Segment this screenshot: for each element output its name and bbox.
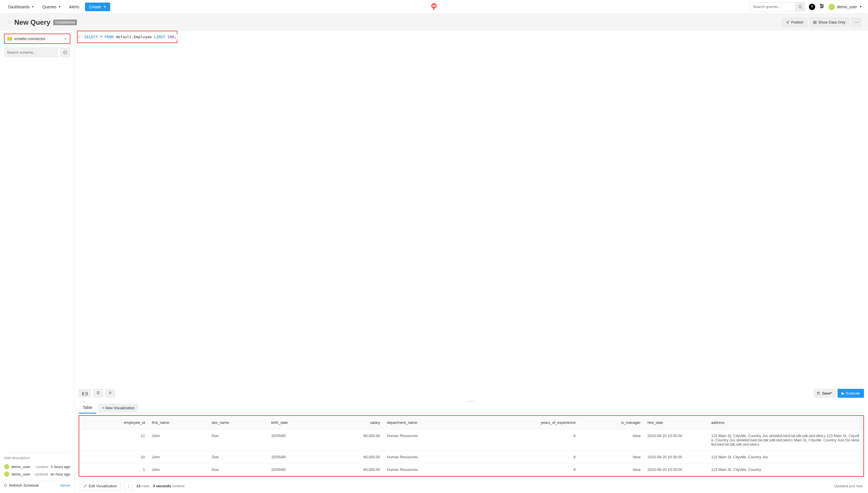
sidebar-spacer — [4, 60, 70, 453]
datasource-name: iomete-connector — [14, 37, 45, 41]
col-hire_date[interactable]: hire_date — [644, 416, 708, 430]
autocomplete-button[interactable] — [105, 389, 115, 398]
pencil-icon — [84, 484, 87, 488]
svg-rect-3 — [435, 5, 436, 7]
col-employee_id[interactable]: employee_id — [79, 416, 148, 430]
execute-button[interactable]: ▶ Execute — [838, 389, 864, 398]
favorite-star-icon[interactable]: ☆ — [7, 19, 12, 26]
op-star: * — [98, 35, 105, 39]
edit-visualization-button[interactable]: Edit Visualization — [80, 481, 121, 490]
schema-search-wrap — [4, 47, 70, 57]
publish-button[interactable]: Publish — [782, 18, 807, 27]
search-button[interactable] — [796, 2, 805, 12]
cell-employee_id: 12 — [79, 430, 148, 451]
semicolon: ; — [174, 35, 176, 39]
schema-search-input[interactable] — [4, 47, 58, 57]
user-menu[interactable]: demo_user ▼ — [828, 4, 862, 10]
resize-handle[interactable]: ═══ — [75, 400, 868, 402]
col-department_name[interactable]: department_name — [383, 416, 477, 430]
cell-address: 123 Main St, Cityville, Country — [708, 464, 863, 476]
created-time: 2 hours ago — [50, 465, 70, 469]
editor-toolbar: {{ }} Save* ▶ Execute — [75, 387, 868, 400]
nav-queries-label: Queries — [42, 5, 56, 9]
rows-label: rows — [142, 484, 149, 488]
parameters-button[interactable]: {{ }} — [79, 389, 91, 398]
save-icon — [817, 392, 820, 395]
refresh-schedule-label: Refresh Schedule — [9, 483, 39, 488]
viz-more-button[interactable]: ⋮ — [124, 481, 133, 490]
table-row[interactable]: 1JohnDoe15/05/8060,000.00Human Resources… — [79, 464, 863, 476]
svg-point-11 — [821, 7, 822, 8]
editor-empty-space[interactable] — [75, 43, 868, 387]
nav-right: ? demo_user ▼ — [750, 2, 862, 12]
nav-alerts[interactable]: Alerts — [67, 3, 82, 11]
cell-department_name: Human Resources — [383, 464, 477, 476]
play-icon: ▶ — [842, 391, 845, 395]
cell-years_of_experience: 8 — [477, 464, 579, 476]
show-data-only-button[interactable]: Show Data Only — [809, 18, 849, 27]
col-years_of_experience[interactable]: years_of_experience — [477, 416, 579, 430]
search-input[interactable] — [750, 2, 796, 12]
refresh-icon — [4, 484, 7, 487]
publish-label: Publish — [791, 20, 803, 24]
add-description[interactable]: Add description — [4, 453, 70, 463]
tab-table[interactable]: Table — [79, 402, 96, 413]
cell-salary: 60,000.00 — [325, 464, 383, 476]
avatar-icon — [4, 464, 9, 469]
sidebar: iomete-connector ▼ Add description demo_… — [0, 31, 75, 493]
svg-rect-2 — [434, 5, 435, 7]
cell-birth_date: 15/05/80 — [268, 430, 326, 451]
refresh-schedule-value[interactable]: Never — [60, 483, 70, 488]
more-actions-button[interactable]: ⋯ — [851, 18, 861, 27]
avatar-icon — [828, 4, 835, 10]
save-button[interactable]: Save* — [814, 389, 835, 398]
table-row[interactable]: 12JohnDoe15/05/8060,000.00Human Resource… — [79, 430, 863, 451]
cell-first_name: John — [148, 451, 208, 464]
table-icon — [813, 21, 817, 24]
editor-line: 1 SELECT * FROM default.Employee LIMIT 1… — [78, 34, 177, 40]
col-is_manager[interactable]: is_manager — [579, 416, 644, 430]
col-salary[interactable]: salary — [325, 416, 383, 430]
edit-viz-label: Edit Visualization — [89, 484, 117, 488]
row-count: 13 rows — [136, 484, 150, 488]
refresh-schema-button[interactable] — [60, 47, 70, 57]
cell-is_manager: false — [579, 464, 644, 476]
svg-line-5 — [801, 7, 802, 8]
nav-queries[interactable]: Queries ▼ — [40, 3, 63, 11]
col-first_name[interactable]: first_name — [148, 416, 208, 430]
cell-first_name: John — [148, 464, 208, 476]
add-visualization-button[interactable]: + New Visualization — [99, 404, 138, 412]
updated-status: Updated just now — [834, 484, 863, 488]
cell-is_manager: false — [579, 430, 644, 451]
col-birth_date[interactable]: birth_date — [268, 416, 326, 430]
settings-button[interactable] — [819, 3, 824, 10]
svg-point-4 — [799, 5, 801, 8]
datasource-select[interactable]: iomete-connector ▼ — [4, 34, 70, 44]
app-logo — [430, 2, 438, 11]
svg-point-9 — [822, 5, 823, 6]
avatar-icon — [4, 471, 9, 477]
code-content[interactable]: SELECT * FROM default.Employee LIMIT 100… — [83, 34, 178, 40]
sliders-icon — [819, 3, 824, 8]
kw-limit: LIMIT — [154, 35, 165, 39]
kw-from: FROM — [105, 35, 113, 39]
results-body: 12JohnDoe15/05/8060,000.00Human Resource… — [79, 430, 863, 476]
ident-employee: .Employee — [131, 35, 154, 39]
cell-salary: 60,000.00 — [325, 430, 383, 451]
chevron-down-icon: ▼ — [860, 5, 862, 8]
nav-dashboards[interactable]: Dashboards ▼ — [6, 3, 37, 11]
col-address[interactable]: address — [708, 416, 863, 430]
header-actions: Publish Show Data Only ⋯ — [782, 18, 861, 27]
cell-first_name: John — [148, 430, 208, 451]
redash-logo-icon — [430, 2, 438, 10]
cell-employee_id: 1 — [79, 464, 148, 476]
created-label: created — [36, 465, 48, 469]
col-last_name[interactable]: last_name — [208, 416, 268, 430]
format-button[interactable] — [93, 389, 103, 398]
sql-editor[interactable]: 1 SELECT * FROM default.Employee LIMIT 1… — [77, 31, 177, 43]
cell-department_name: Human Resources — [383, 430, 477, 451]
create-button[interactable]: Create ▼ — [85, 3, 110, 11]
cell-years_of_experience: 8 — [477, 451, 579, 464]
table-row[interactable]: 10JohnDoe15/05/8060,000.00Human Resource… — [79, 451, 863, 464]
help-button[interactable]: ? — [809, 4, 815, 10]
